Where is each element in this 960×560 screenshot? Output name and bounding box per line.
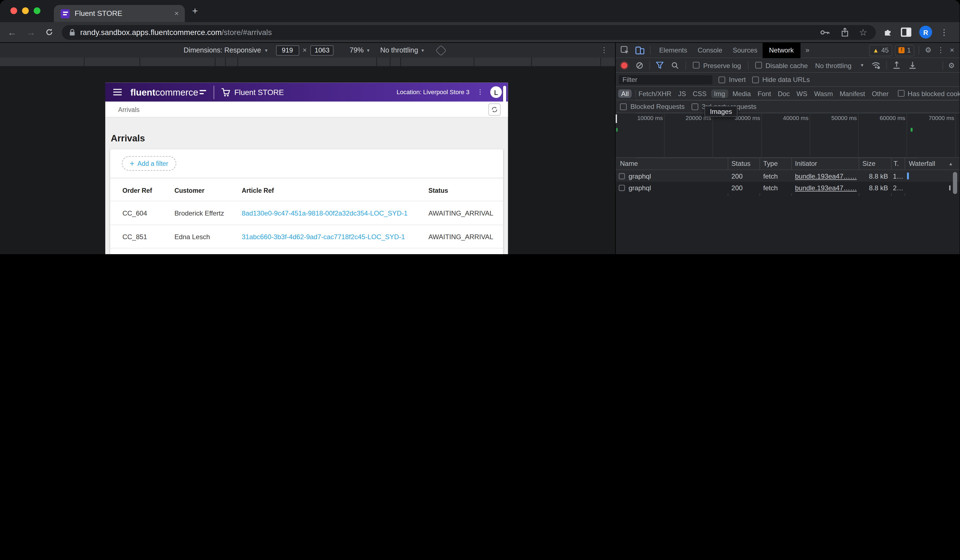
chip-wasm[interactable]: Wasm	[814, 90, 833, 97]
third-party-checkbox[interactable]	[691, 103, 698, 110]
browser-tab[interactable]: Fluent STORE ×	[54, 5, 185, 22]
throttling-dropdown-icon[interactable]: ▼	[421, 48, 425, 52]
chip-manifest[interactable]: Manifest	[840, 90, 865, 97]
profile-avatar[interactable]: R	[919, 26, 932, 38]
lock-icon[interactable]	[69, 28, 75, 35]
back-icon[interactable]: ←	[7, 27, 16, 37]
viewport-width-input[interactable]: 919	[276, 45, 299, 55]
export-har-icon[interactable]	[909, 61, 916, 69]
request-checkbox[interactable]	[619, 173, 625, 179]
minimize-window-button[interactable]	[22, 7, 29, 14]
inspect-element-icon[interactable]	[621, 46, 629, 54]
disable-cache-checkbox[interactable]	[755, 62, 762, 69]
tab-elements[interactable]: Elements	[659, 46, 687, 54]
network-conditions-icon[interactable]	[872, 61, 880, 69]
has-blocked-cookies-label[interactable]: Has blocked cookies	[907, 90, 960, 97]
blocked-requests-label[interactable]: Blocked Requests	[630, 103, 685, 110]
chip-all[interactable]: All	[618, 89, 632, 98]
chip-fetch-xhr[interactable]: Fetch/XHR	[638, 90, 672, 97]
preserve-log-checkbox[interactable]	[693, 62, 699, 69]
table-row[interactable]: CC_775854 Nico Abbott 602ec1e5-41c0-4ac3…	[110, 249, 503, 254]
new-tab-icon[interactable]: +	[192, 8, 198, 14]
refresh-button[interactable]	[488, 103, 501, 115]
has-blocked-cookies-checkbox[interactable]	[898, 90, 904, 97]
chip-js[interactable]: JS	[678, 90, 686, 97]
zoom-window-button[interactable]	[34, 7, 40, 14]
tab-close-icon[interactable]: ×	[174, 9, 179, 18]
page-scrollbar-thumb[interactable]	[503, 86, 506, 103]
filter-icon[interactable]	[656, 62, 663, 69]
warnings-badge[interactable]: ▲45	[869, 45, 893, 56]
devtools-scrollbar-thumb[interactable]	[953, 172, 957, 194]
devtools-close-icon[interactable]: ×	[950, 46, 954, 54]
zoom-select[interactable]: 79%	[350, 46, 364, 54]
viewport-height-input[interactable]: 1063	[310, 45, 334, 55]
tab-sources[interactable]: Sources	[733, 46, 757, 54]
article-ref-link[interactable]: 31abc660-3b3f-4d62-9ad7-cac7718f2c45-LOC…	[242, 233, 405, 240]
device-toolbar-menu-icon[interactable]: ⋮	[600, 46, 608, 54]
user-avatar[interactable]: L	[490, 86, 502, 98]
throttling-select[interactable]: No throttling	[380, 46, 418, 54]
throttling-dropdown[interactable]: No throttling	[815, 61, 851, 69]
filter-input[interactable]: Filter	[619, 75, 712, 84]
chip-img[interactable]: Img	[711, 89, 728, 98]
article-ref-link[interactable]: 8ad130e0-9c47-451a-9818-00f2a32dc354-LOC…	[242, 210, 408, 217]
dimensions-label[interactable]: Dimensions: Responsive	[184, 46, 261, 54]
record-network-log-icon[interactable]	[621, 62, 627, 68]
request-checkbox[interactable]	[619, 184, 625, 190]
reload-icon[interactable]	[45, 28, 53, 36]
invert-checkbox[interactable]	[718, 76, 725, 83]
table-row[interactable]: CC_851 Edna Lesch 31abc660-3b3f-4d62-9ad…	[110, 225, 503, 249]
col-status[interactable]: Status	[731, 160, 750, 167]
chip-media[interactable]: Media	[733, 90, 751, 97]
network-settings-gear-icon[interactable]: ⚙	[948, 61, 955, 69]
tab-network[interactable]: Network	[762, 43, 800, 58]
sort-asc-icon[interactable]: ▲	[949, 162, 953, 166]
add-filter-button[interactable]: + Add a filter	[122, 156, 176, 171]
request-initiator-link[interactable]: bundle.193ea47……	[795, 184, 858, 191]
forward-icon[interactable]: →	[26, 27, 35, 37]
network-request-row[interactable]: graphql 200 fetch bundle.193ea47…… 8.8 k…	[616, 182, 960, 194]
chip-font[interactable]: Font	[757, 90, 771, 97]
rotate-viewport-icon[interactable]	[435, 45, 447, 56]
network-request-row[interactable]: graphql 200 fetch bundle.193ea47…… 8.8 k…	[616, 170, 960, 182]
bookmark-star-icon[interactable]: ☆	[859, 29, 867, 35]
extensions-puzzle-icon[interactable]	[883, 27, 892, 37]
blocked-requests-checkbox[interactable]	[620, 103, 627, 110]
breadcrumb[interactable]: Arrivals	[118, 106, 139, 113]
devtools-menu-icon[interactable]: ⋮	[937, 46, 944, 54]
device-toolbar-toggle-icon[interactable]	[635, 46, 645, 54]
share-icon[interactable]	[840, 27, 849, 37]
chip-css[interactable]: CSS	[693, 90, 707, 97]
table-row[interactable]: CC_604 Broderick Effertz 8ad130e0-9c47-4…	[110, 202, 503, 225]
col-time[interactable]: T.	[894, 160, 899, 167]
disable-cache-label[interactable]: Disable cache	[766, 61, 808, 69]
zoom-dropdown-icon[interactable]: ▼	[366, 48, 370, 52]
clear-network-log-icon[interactable]	[636, 61, 643, 69]
col-waterfall[interactable]: Waterfall	[909, 160, 935, 167]
col-name[interactable]: Name	[620, 160, 638, 167]
close-window-button[interactable]	[10, 7, 17, 14]
timeline-selection-handle[interactable]	[616, 114, 617, 123]
preserve-log-label[interactable]: Preserve log	[703, 61, 741, 69]
import-har-icon[interactable]	[893, 61, 900, 69]
col-initiator[interactable]: Initiator	[795, 160, 817, 167]
search-icon[interactable]	[671, 61, 678, 69]
header-kebab-icon[interactable]: ⋮	[477, 88, 483, 96]
chip-other[interactable]: Other	[872, 90, 889, 97]
dimensions-dropdown-icon[interactable]: ▼	[264, 48, 268, 52]
issues-badge[interactable]: !1	[895, 45, 914, 56]
password-key-icon[interactable]	[820, 29, 829, 35]
hide-data-urls-checkbox[interactable]	[752, 76, 758, 83]
col-size[interactable]: Size	[862, 160, 875, 167]
devtools-settings-icon[interactable]: ⚙	[925, 46, 932, 54]
address-bar[interactable]: randy.sandbox.apps.fluentcommerce.com/st…	[62, 25, 876, 40]
more-tabs-icon[interactable]: »	[805, 46, 810, 54]
side-panel-icon[interactable]	[901, 27, 911, 37]
hamburger-menu-icon[interactable]	[114, 89, 122, 95]
chip-ws[interactable]: WS	[797, 90, 807, 97]
chrome-menu-icon[interactable]: ⋮	[940, 27, 948, 37]
tab-console[interactable]: Console	[698, 46, 722, 54]
col-type[interactable]: Type	[763, 160, 778, 167]
throttling-caret-icon[interactable]: ▼	[860, 63, 864, 67]
